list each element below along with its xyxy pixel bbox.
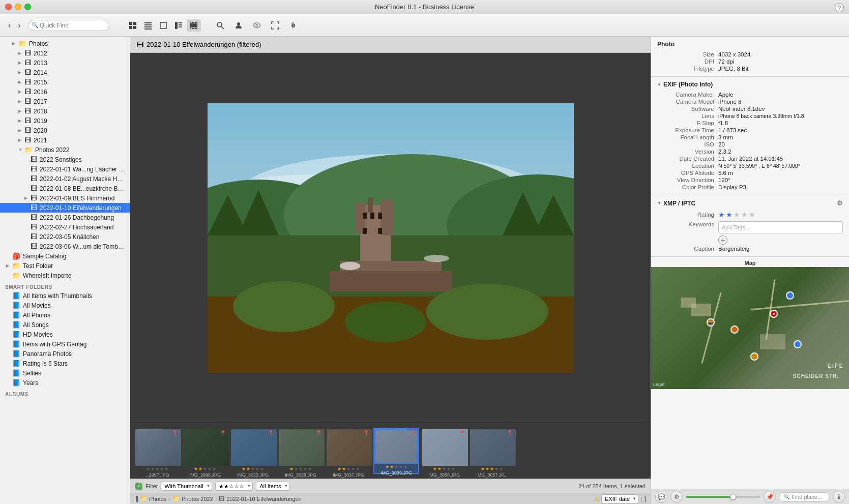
thumbnail-item[interactable]: ★★★★★ IMG_3037.JPG 📍 [326,428,371,474]
sidebar-item-photos[interactable]: ▶ 📁 Photos [0,39,130,48]
collapse-icon[interactable]: ▐ [134,496,138,501]
sidebar-smart-years[interactable]: 📘 Years [0,378,130,388]
folder-icon: 📁 [24,146,33,154]
sidebar-smart-movies[interactable]: 📘 All Movies [0,301,130,310]
sidebar-item-2021[interactable]: ▶ 🎞 2021 [0,135,130,145]
sidebar-item-whereis[interactable]: 📁 WhereIsIt Importe [0,271,130,280]
sidebar-smart-gps[interactable]: 📘 Items with GPS Geotag [0,339,130,349]
rating-filter-dropdown[interactable]: ★☆☆☆☆ ★★☆☆☆ ★★★☆☆ All [215,482,253,491]
view-grid-button[interactable] [126,19,140,32]
rating-stars[interactable]: ★ ★ ★ ★ ★ [718,211,755,219]
film-icon: 🎞 [31,204,37,212]
smart-folder-icon: 📘 [12,311,20,319]
zoom-slider[interactable] [686,496,760,498]
star-5[interactable]: ★ [749,211,755,219]
thumbnail-item[interactable]: ★★★★★ IMG_3057.JP... 📍 [469,428,515,474]
minimize-button[interactable] [15,4,21,10]
thumbnail-item-selected[interactable]: ★★★★★ IMG_3039.JPG 📍 [373,428,419,474]
sidebar-smart-photos[interactable]: 📘 All Photos [0,310,130,320]
people-button[interactable] [231,19,246,32]
expand-icon[interactable]: ⟩ [644,495,647,503]
settings-button[interactable]: ⚙ [670,491,683,503]
sidebar-smart-songs[interactable]: 📘 All Songs [0,320,130,330]
gear-button[interactable] [286,19,301,32]
breadcrumb-photos2022[interactable]: 📁 [172,495,180,502]
view-detail-button[interactable] [171,19,186,32]
caption-value[interactable]: Burgensteig [718,246,843,252]
close-button[interactable] [5,4,12,10]
sidebar-item-knallchen[interactable]: 🎞 2022-03-05 Knällchen [0,232,130,242]
sidebar-item-2014[interactable]: ▶ 🎞 2014 [0,68,130,77]
search-button[interactable] [213,19,227,32]
filter-checkbox[interactable]: ✓ [135,483,142,490]
thumbnail-item[interactable]: ★★★★★ IMG_2998.JPG 📍 [182,428,228,474]
thumbnail-filter-dropdown[interactable]: With Thumbnail All Items No Thumbnail [161,482,212,491]
star-2[interactable]: ★ [726,211,733,219]
add-keyword-button[interactable]: + [718,235,727,245]
sidebar-item-2012[interactable]: ▶ 🎞 2012 [0,48,130,58]
sidebar-item-2022-sonstiges[interactable]: 🎞 2022 Sonstiges [0,155,130,164]
maximize-button[interactable] [24,4,31,10]
sidebar-smart-thumbnails[interactable]: 📘 All Items with Thumbnails [0,291,130,301]
sidebar-item-2019[interactable]: ▶ 🎞 2019 [0,116,130,126]
sidebar-item-2016[interactable]: ▶ 🎞 2016 [0,87,130,97]
star-4[interactable]: ★ [741,211,748,219]
sidebar-item-2020[interactable]: ▶ 🎞 2020 [0,126,130,135]
star-3[interactable]: ★ [734,211,740,219]
info-button[interactable]: ℹ [833,491,845,503]
eye-button[interactable] [250,19,264,32]
sidebar-smart-hdmovies[interactable]: 📘 HD Movies [0,330,130,339]
pin-icon: 📍 [315,430,321,436]
keywords-input-area[interactable]: Add Tags... [718,221,843,233]
sidebar-item-2018[interactable]: ▶ 🎞 2018 [0,106,130,116]
sidebar-item-photos2022[interactable]: ▼ 📁 Photos 2022 [0,145,130,155]
map-section[interactable]: 📷 [651,267,849,389]
thumbnail-item[interactable]: ★★★★★ IMG_3023.JPG 📍 [230,428,276,474]
zoom-slider-thumb[interactable] [730,494,736,500]
view-single-button[interactable] [156,19,170,32]
thumbnail-item[interactable]: ★★★★★ IMG_3029.JPG 📍 [278,428,324,474]
type-filter-dropdown[interactable]: All Items Photos Movies Music [256,482,290,491]
view-filmstrip-button[interactable] [187,19,201,32]
thumbnail-item[interactable]: ★★★★★ IMG_3055.JPG 📍 [421,428,467,474]
expand-button[interactable] [268,19,282,32]
breadcrumb-photos[interactable]: 📁 [140,495,147,502]
map-search-placeholder[interactable]: Find place... [792,494,822,500]
disclosure-icon[interactable]: ▼ [657,82,661,87]
xmp-caption-row: Caption Burgensteig [657,245,843,252]
sidebar-item-tomburg[interactable]: 🎞 2022-03-06 W...um die Tomburg [0,242,130,251]
sidebar-item-hochsauerland[interactable]: 🎞 2022-02-27 Hochsauerland [0,222,130,232]
sidebar-item-test-folder[interactable]: ▶ 📁 Test Folder [0,261,130,271]
sidebar-item-bonn[interactable]: 🎞 2022-01-08 BE...euzkirche Bonn [0,184,130,193]
forward-button[interactable]: › [15,19,23,32]
sidebar-item-eifelwanderungen[interactable]: 🎞 2022-01-10 Eifelwanderungen [0,203,130,213]
xmp-gear-icon[interactable]: ⚙ [837,199,843,207]
help-button[interactable]: ? [835,3,844,12]
sidebar-item-dach[interactable]: 🎞 2022-01-26 Dachbegehung [0,213,130,222]
view-list-button[interactable] [141,19,155,32]
main-photo [208,103,574,373]
sidebar-smart-selfies[interactable]: 📘 Selfies [0,368,130,378]
photo-main[interactable] [130,53,651,423]
sidebar-item-2013[interactable]: ▶ 🎞 2013 [0,58,130,68]
smart-folder-icon: 📘 [12,360,20,367]
back-button[interactable]: ‹ [5,19,14,32]
sidebar-item-2015[interactable]: ▶ 🎞 2015 [0,77,130,87]
folder-icon: 📁 [12,262,20,270]
sidebar-smart-rating5[interactable]: 📘 Rating is 5 Stars [0,359,130,368]
thumbnail-item[interactable]: ★★★★★ ...2997.JPG 📍 [134,428,180,474]
exif-section-title: EXIF (Photo Info) [663,81,713,88]
sidebar-item-laacher[interactable]: 🎞 2022-01-01 Wa...ng Laacher See [0,164,130,174]
arrow-icon: ▼ [18,147,24,152]
sidebar-smart-panorama[interactable]: 📘 Panorama Photos [0,349,130,359]
sort-dropdown[interactable]: EXIF date Name Size [601,494,638,503]
star-1[interactable]: ★ [718,211,725,219]
sidebar-item-himmerod[interactable]: ▶ 🎞 2022-01-09 BES Himmerod [0,193,130,203]
search-input[interactable] [28,20,109,31]
xmp-disclosure-icon[interactable]: ▼ [657,201,661,205]
sidebar-item-2017[interactable]: ▶ 🎞 2017 [0,97,130,106]
sidebar-item-sample-catalog[interactable]: 🎒 Sample Catalog [0,251,130,261]
sidebar-item-macke[interactable]: 🎞 2022-01-02 August Macke Haus [0,174,130,184]
comment-button[interactable]: 💬 [655,491,667,503]
pin-button[interactable]: 📌 [764,491,776,503]
